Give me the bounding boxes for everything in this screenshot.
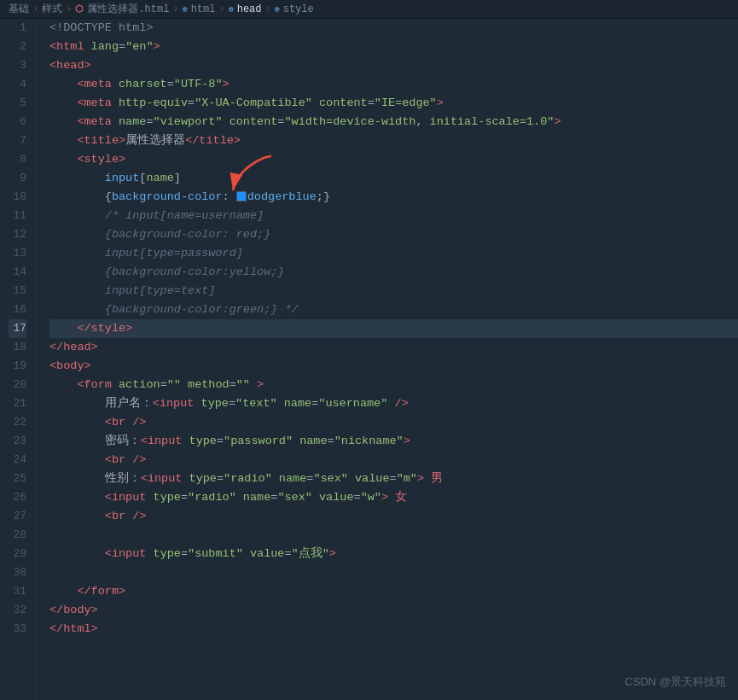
token: <meta: [49, 75, 119, 94]
code-line-12: {background-color: red;}: [49, 225, 738, 244]
token: name: [236, 488, 271, 507]
code-line-22: <br />: [49, 413, 738, 432]
token: <meta: [49, 94, 119, 113]
token: </style>: [49, 319, 132, 338]
token: <!DOCTYPE html>: [49, 19, 154, 38]
token: <title>: [49, 131, 125, 150]
line-number-32: 32: [9, 601, 26, 620]
code-line-23: 密码：<input type="password" name="nickname…: [49, 432, 738, 451]
code-line-20: <form action="" method="" >: [49, 376, 738, 394]
token: content: [312, 94, 368, 113]
token: [49, 394, 105, 413]
code-line-4: <meta charset="UTF-8">: [49, 75, 738, 94]
token: [49, 545, 105, 563]
code-line-19: <body>: [49, 357, 738, 376]
bc-icon-globe1: ⊕: [183, 4, 188, 15]
token: =: [217, 432, 224, 451]
token: "X-UA-Compatible": [195, 94, 312, 113]
code-line-16: {background-color:green;} */: [49, 300, 738, 319]
token: background-color: [112, 188, 223, 207]
bc-item-style[interactable]: style: [283, 3, 314, 15]
token: "m": [397, 470, 417, 488]
line-number-33: 33: [9, 620, 26, 639]
line-number-14: 14: [9, 263, 26, 282]
code-line-28: [49, 526, 738, 545]
token: <input: [105, 545, 154, 563]
token: <form: [49, 376, 119, 394]
token: name: [119, 113, 146, 131]
line-number-31: 31: [9, 582, 26, 601]
token: </title>: [185, 131, 241, 150]
token: :: [223, 188, 236, 207]
token: > 女: [381, 488, 407, 507]
token: "nickname": [334, 432, 404, 451]
token: 密码：: [105, 432, 141, 451]
token: "w": [361, 488, 381, 507]
token: {background-color:yellow;}: [105, 263, 285, 282]
token: [49, 451, 105, 470]
line-number-10: 10: [9, 188, 26, 207]
token: =: [119, 38, 125, 56]
line-number-28: 28: [9, 526, 26, 545]
token: lang: [91, 38, 119, 56]
token: type: [189, 470, 217, 488]
token: [49, 225, 105, 244]
token: "submit": [188, 545, 243, 563]
token: {: [105, 188, 112, 207]
token: /* input[name=username]: [105, 207, 264, 225]
token: 属性选择器: [125, 131, 185, 150]
token: type: [154, 488, 181, 507]
token: </head>: [49, 338, 98, 357]
token: <br />: [105, 413, 147, 432]
line-number-24: 24: [9, 451, 26, 470]
token: [49, 300, 105, 319]
token: <br />: [105, 451, 147, 470]
token: =: [284, 545, 291, 563]
line-number-23: 23: [9, 432, 26, 451]
token: >: [404, 432, 410, 451]
token: [49, 282, 105, 300]
token: [49, 507, 105, 526]
bc-item-basics[interactable]: 基础: [9, 2, 29, 16]
token: =: [368, 94, 375, 113]
line-number-9: 9: [9, 169, 26, 188]
token: name: [272, 470, 307, 488]
line-number-5: 5: [9, 94, 26, 113]
token: =: [230, 376, 236, 394]
code-line-8: <style>: [49, 150, 738, 169]
token: [49, 488, 105, 507]
line-number-25: 25: [9, 470, 26, 488]
code-line-17: </style>: [49, 319, 738, 338]
line-number-22: 22: [9, 413, 26, 432]
bc-item-head[interactable]: head: [237, 3, 262, 15]
line-number-16: 16: [9, 300, 26, 319]
line-number-30: 30: [9, 563, 26, 582]
token: charset: [119, 75, 167, 94]
token: [49, 244, 105, 263]
token: "radio": [224, 470, 272, 488]
bc-icon-html: ⬡: [75, 3, 84, 15]
token: "en": [125, 38, 153, 56]
token: "点我": [292, 545, 329, 563]
token: >: [329, 545, 336, 563]
bc-item-style[interactable]: 样式: [42, 2, 62, 16]
bc-item-html-file[interactable]: 属性选择器.html: [87, 2, 169, 16]
line-number-7: 7: [9, 131, 26, 150]
token: method: [181, 376, 230, 394]
token: </body>: [49, 601, 98, 620]
bc-item-html[interactable]: html: [191, 3, 216, 15]
code-content[interactable]: <!DOCTYPE html><html lang="en"><head> <m…: [36, 19, 738, 700]
code-line-30: [49, 563, 738, 582]
token: >: [250, 376, 264, 394]
line-number-2: 2: [9, 38, 26, 56]
token: [: [139, 169, 146, 188]
code-line-29: <input type="submit" value="点我">: [49, 545, 738, 563]
token: input[type=text]: [105, 282, 216, 300]
breadcrumb: 基础 › 样式 › ⬡ 属性选择器.html › ⊕ html › ⊕ head…: [0, 0, 738, 19]
bc-icon-globe2: ⊕: [229, 4, 234, 15]
token: =: [146, 113, 153, 131]
token: type: [201, 394, 229, 413]
line-numbers: 1234567891011121314151617181920212223242…: [0, 19, 36, 700]
token: =: [390, 470, 397, 488]
code-line-11: /* input[name=username]: [49, 207, 738, 225]
